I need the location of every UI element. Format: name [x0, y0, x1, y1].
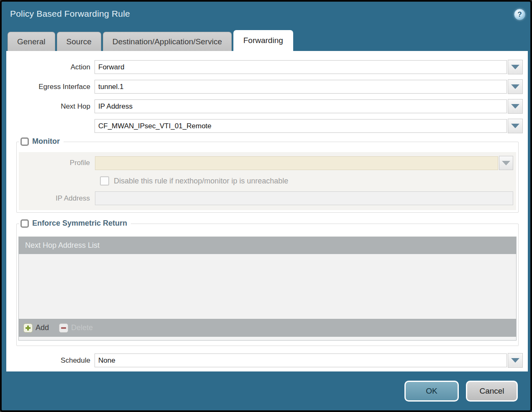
profile-label: Profile — [19, 159, 95, 167]
profile-dropdown-button[interactable] — [499, 156, 513, 170]
egress-interface-input[interactable] — [95, 80, 507, 94]
profile-row: Profile — [19, 156, 513, 170]
next-hop-type-input[interactable] — [95, 99, 507, 113]
minus-icon — [59, 323, 68, 333]
tab-forwarding[interactable]: Forwarding — [233, 30, 293, 51]
chevron-down-icon — [511, 65, 519, 69]
next-hop-row: Next Hop — [6, 99, 523, 114]
egress-interface-dropdown-button[interactable] — [508, 79, 523, 94]
monitor-ip-address-label: IP Address — [19, 194, 95, 203]
schedule-label: Schedule — [6, 356, 95, 365]
add-button-label: Add — [36, 323, 49, 332]
schedule-row: Schedule — [6, 353, 523, 368]
next-hop-address-dropdown-button[interactable] — [508, 119, 523, 133]
plus-icon — [23, 323, 33, 333]
next-hop-address-list-table: Next Hop Address List Add Delete — [18, 237, 517, 341]
table-bottom-strip — [19, 337, 516, 340]
disable-rule-label: Disable this rule if nexthop/monitor ip … — [114, 177, 288, 186]
delete-button[interactable]: Delete — [59, 323, 93, 333]
next-hop-address-list-footer: Add Delete — [19, 319, 516, 337]
enforce-symmetric-return-fieldset: Enforce Symmetric Return Next Hop Addres… — [16, 224, 519, 346]
action-input[interactable] — [95, 60, 507, 74]
profile-input[interactable] — [95, 156, 498, 170]
monitor-legend: Monitor — [19, 137, 64, 146]
monitor-ip-address-row: IP Address — [19, 191, 513, 205]
tab-bar: General Source Destination/Application/S… — [2, 30, 530, 51]
dialog-titlebar: Policy Based Forwarding Rule ? — [2, 2, 530, 20]
enforce-symmetric-return-checkbox[interactable] — [20, 219, 29, 228]
dialog-title: Policy Based Forwarding Rule — [10, 9, 130, 19]
tab-source[interactable]: Source — [57, 32, 101, 51]
chevron-down-icon — [511, 358, 519, 363]
add-button[interactable]: Add — [23, 323, 49, 333]
help-icon[interactable]: ? — [514, 9, 525, 20]
next-hop-address-input[interactable] — [95, 119, 507, 133]
cancel-button[interactable]: Cancel — [466, 381, 518, 402]
chevron-down-icon — [511, 104, 519, 109]
monitor-ip-address-input[interactable] — [95, 191, 513, 205]
pbf-rule-dialog: Policy Based Forwarding Rule ? General S… — [0, 0, 532, 412]
enforce-symmetric-return-label: Enforce Symmetric Return — [32, 219, 127, 228]
action-row: Action — [6, 60, 523, 74]
tab-destination-application-service[interactable]: Destination/Application/Service — [103, 32, 232, 51]
schedule-dropdown-button[interactable] — [508, 353, 523, 368]
egress-interface-row: Egress Interface — [6, 79, 523, 94]
action-dropdown-button[interactable] — [508, 60, 523, 74]
dialog-footer: OK Cancel — [404, 381, 518, 402]
tab-general[interactable]: General — [8, 32, 55, 51]
delete-button-label: Delete — [71, 323, 93, 332]
next-hop-address-list-body[interactable] — [19, 254, 516, 319]
chevron-down-icon — [502, 161, 510, 165]
monitor-fieldset: Monitor Profile Disable this rule if nex… — [16, 142, 519, 213]
disable-rule-checkbox[interactable] — [100, 176, 109, 186]
next-hop-address-list-header: Next Hop Address List — [19, 237, 516, 254]
chevron-down-icon — [511, 84, 519, 89]
schedule-input[interactable] — [95, 354, 507, 367]
enforce-symmetric-return-legend: Enforce Symmetric Return — [19, 219, 131, 228]
monitor-body: Profile Disable this rule if nexthop/mon… — [19, 152, 516, 210]
next-hop-address-row — [6, 119, 523, 133]
chevron-down-icon — [511, 124, 519, 128]
ok-button[interactable]: OK — [404, 381, 459, 402]
monitor-checkbox[interactable] — [20, 137, 29, 146]
next-hop-type-dropdown-button[interactable] — [508, 99, 523, 114]
tab-content-forwarding: Action Egress Interface Next Hop — [6, 51, 528, 371]
disable-rule-row: Disable this rule if nexthop/monitor ip … — [100, 176, 513, 186]
monitor-label: Monitor — [32, 137, 60, 146]
next-hop-label: Next Hop — [6, 102, 95, 111]
egress-interface-label: Egress Interface — [6, 83, 95, 91]
action-label: Action — [6, 63, 95, 71]
